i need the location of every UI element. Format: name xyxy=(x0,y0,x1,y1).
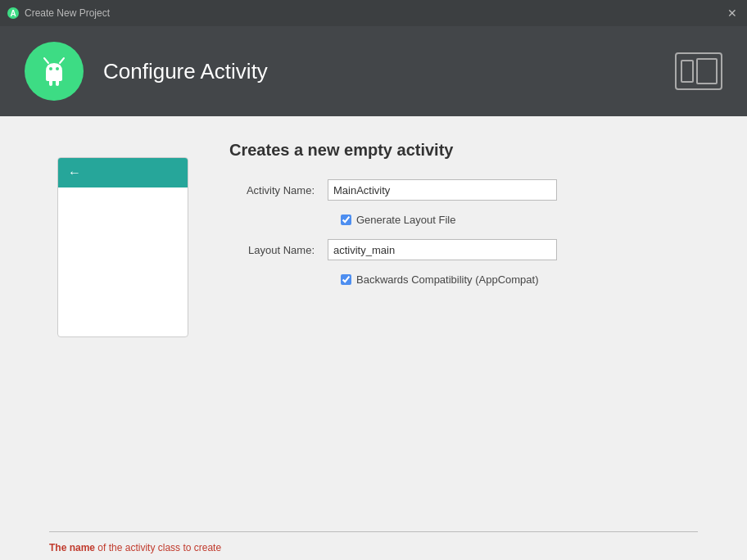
generate-layout-label[interactable]: Generate Layout File xyxy=(356,214,455,226)
phone-icon xyxy=(681,60,694,83)
help-text-bold: The name xyxy=(49,542,95,553)
generate-layout-row: Generate Layout File xyxy=(341,214,698,226)
phone-preview-container: ← xyxy=(49,133,197,523)
layout-name-label: Layout Name: xyxy=(229,244,328,256)
tablet-icon xyxy=(696,58,718,84)
form-area: Creates a new empty activity Activity Na… xyxy=(229,133,698,523)
help-text: The name of the activity class to create xyxy=(0,542,747,553)
backwards-compat-checkbox[interactable] xyxy=(341,274,351,285)
back-arrow-icon: ← xyxy=(68,165,81,180)
phone-preview-bar: ← xyxy=(58,158,188,187)
layout-name-input[interactable] xyxy=(328,239,557,260)
activity-name-input[interactable] xyxy=(328,179,557,201)
activity-name-label: Activity Name: xyxy=(229,184,328,196)
divider xyxy=(49,531,698,532)
wizard-header: Configure Activity xyxy=(0,26,747,116)
content-area: ← Creates a new empty activity Activity … xyxy=(0,116,747,523)
form-subtitle: Creates a new empty activity xyxy=(229,141,698,160)
backwards-compat-label[interactable]: Backwards Compatibility (AppCompat) xyxy=(356,273,539,286)
phone-preview: ← xyxy=(57,157,188,337)
android-logo xyxy=(25,42,84,101)
title-bar-left: A Create New Project xyxy=(7,7,110,20)
app-icon: A xyxy=(7,7,20,20)
help-text-suffix: of the activity class to create xyxy=(95,542,221,553)
backwards-compat-row: Backwards Compatibility (AppCompat) xyxy=(341,273,698,286)
svg-point-5 xyxy=(56,67,59,70)
svg-line-2 xyxy=(44,58,48,63)
window-title: Create New Project xyxy=(25,7,110,19)
activity-name-row: Activity Name: xyxy=(229,179,698,201)
svg-point-4 xyxy=(49,67,52,70)
device-preview-icon xyxy=(675,52,722,90)
android-logo-svg xyxy=(34,52,74,91)
layout-name-row: Layout Name: xyxy=(229,239,698,260)
title-bar: A Create New Project ✕ xyxy=(0,0,747,26)
generate-layout-checkbox[interactable] xyxy=(341,215,351,225)
main-content: ← Creates a new empty activity Activity … xyxy=(0,116,747,560)
wizard-title: Configure Activity xyxy=(103,59,268,84)
close-button[interactable]: ✕ xyxy=(724,5,740,21)
svg-text:A: A xyxy=(10,9,16,18)
svg-line-3 xyxy=(60,58,64,63)
